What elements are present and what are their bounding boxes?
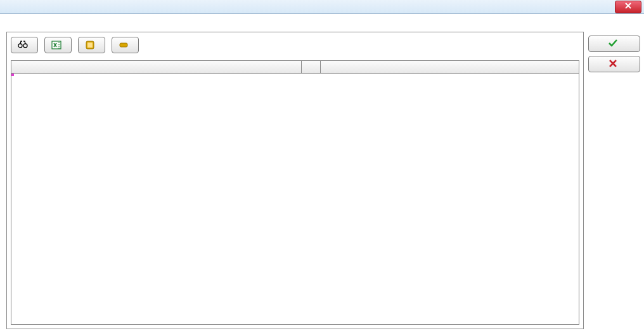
binoculars-icon [18, 40, 28, 50]
svg-point-1 [23, 44, 27, 48]
export-button[interactable] [44, 37, 72, 53]
grid-header [11, 61, 579, 74]
tab-panel [6, 32, 584, 329]
settings-grid [11, 60, 579, 325]
excel-icon [51, 40, 61, 50]
col-header-sel[interactable] [302, 61, 321, 73]
col-header-name[interactable] [11, 61, 302, 73]
highlight-box [11, 74, 14, 76]
cancel-button[interactable] [588, 56, 640, 72]
svg-rect-5 [120, 43, 127, 47]
collapse-icon [119, 40, 129, 50]
dialog-buttons [588, 36, 640, 72]
title-bar [0, 0, 644, 14]
col-header-desc[interactable] [321, 61, 579, 73]
ok-button[interactable] [588, 36, 640, 52]
grid-body[interactable] [11, 74, 579, 324]
check-icon [608, 38, 618, 50]
svg-point-0 [18, 44, 22, 48]
expand-button[interactable] [78, 37, 105, 53]
window-close-button[interactable] [615, 1, 641, 13]
collapse-button[interactable] [112, 37, 139, 53]
search-button[interactable] [11, 37, 38, 53]
expand-icon [85, 40, 95, 50]
close-icon [624, 2, 632, 11]
svg-rect-4 [87, 42, 93, 48]
cross-icon [608, 58, 618, 70]
toolbar [7, 32, 583, 58]
